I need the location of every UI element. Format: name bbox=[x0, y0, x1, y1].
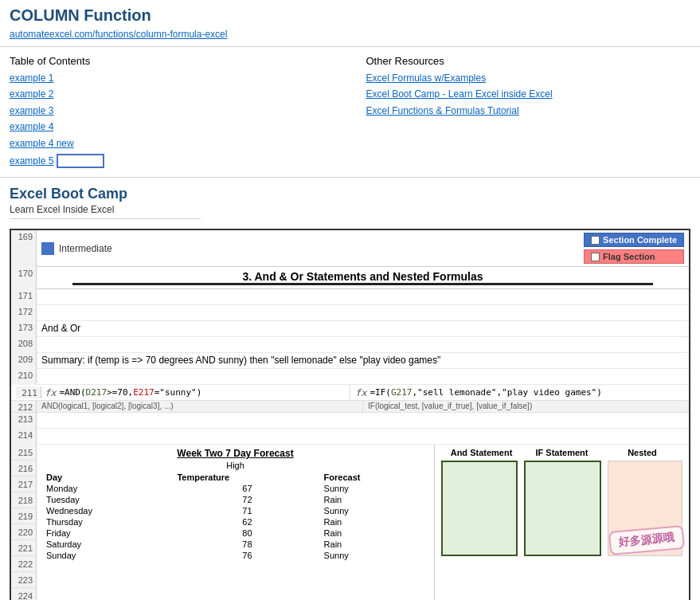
toc-item-3[interactable]: example 3 bbox=[10, 103, 334, 119]
section-title-cell: 3. And & Or Statements and Nested Formul… bbox=[37, 267, 689, 289]
and-stmt-box bbox=[441, 461, 518, 556]
hint-2: IF(logical_test, [value_if_true], [value… bbox=[363, 401, 689, 412]
day-cell: Friday bbox=[43, 527, 174, 539]
rn-223: 223 bbox=[11, 572, 36, 588]
nested-header: Nested bbox=[602, 448, 682, 457]
row-210: 210 bbox=[11, 369, 689, 385]
day-cell: Saturday bbox=[43, 539, 174, 550]
data-table: Day Temperature Forecast Monday 67 Sunny… bbox=[43, 472, 428, 561]
temp-cell: 62 bbox=[174, 516, 320, 527]
col-header-temp: Temperature bbox=[174, 472, 320, 483]
flag-section-button[interactable]: Flag Section bbox=[584, 249, 684, 264]
main-data-area: 215 216 217 218 219 220 221 222 223 224 … bbox=[11, 445, 689, 600]
temp-cell: 78 bbox=[174, 539, 320, 550]
temp-cell: 67 bbox=[174, 483, 320, 494]
formula-2-text: =IF(G217,"sell lemonade","play video gam… bbox=[370, 387, 601, 398]
rn-219: 219 bbox=[11, 508, 36, 524]
row-num-171: 171 bbox=[11, 289, 37, 305]
row-213: 213 bbox=[11, 413, 689, 429]
toc-item-2[interactable]: example 2 bbox=[10, 86, 334, 102]
row-num-170: 170 bbox=[11, 267, 37, 289]
day-cell: Tuesday bbox=[43, 494, 174, 505]
temp-cell: 76 bbox=[174, 550, 320, 561]
row-nums-column: 215 216 217 218 219 220 221 222 223 224 bbox=[11, 445, 37, 600]
row-num-214: 214 bbox=[11, 429, 37, 445]
forecast-cell: Sunny bbox=[321, 483, 428, 494]
row-171: 171 bbox=[11, 289, 689, 305]
resource-link-3[interactable]: Excel Functions & Formulas Tutorial bbox=[366, 103, 691, 119]
col-header-day: Day bbox=[43, 472, 174, 483]
table-row: Wednesday 71 Sunny bbox=[43, 505, 428, 516]
complete-checkbox[interactable] bbox=[591, 236, 600, 245]
row-num-212: 212 bbox=[11, 401, 37, 412]
row-num-211: 211 bbox=[16, 386, 41, 398]
resource-link-1[interactable]: Excel Formulas w/Examples bbox=[366, 70, 691, 86]
bootcamp-title: Excel Boot Camp bbox=[10, 186, 690, 202]
table-row: Tuesday 72 Rain bbox=[43, 494, 428, 505]
day-cell: Wednesday bbox=[43, 505, 174, 516]
row-208: 208 bbox=[11, 337, 689, 353]
row-170: 170 3. And & Or Statements and Nested Fo… bbox=[11, 267, 689, 289]
day-cell: Monday bbox=[43, 483, 174, 494]
section-buttons: Section Complete Flag Section bbox=[584, 233, 684, 264]
table-row: Saturday 78 Rain bbox=[43, 539, 428, 550]
toc-item-6[interactable]: example 5 bbox=[10, 153, 53, 169]
rn-218: 218 bbox=[11, 492, 36, 508]
row-num-169: 169 bbox=[11, 230, 37, 267]
toc-item-1[interactable]: example 1 bbox=[10, 70, 334, 86]
flag-checkbox[interactable] bbox=[591, 253, 600, 261]
row-173: 173 And & Or bbox=[11, 321, 689, 337]
data-table-area: Week Two 7 Day Forecast High Day Tempera… bbox=[37, 445, 434, 600]
section-title-text: 3. And & Or Statements and Nested Formul… bbox=[72, 270, 654, 285]
forecast-cell: Sunny bbox=[321, 550, 428, 561]
rn-220: 220 bbox=[11, 524, 36, 540]
toc-item-5[interactable]: example 4 new bbox=[10, 135, 334, 151]
row-num-173: 173 bbox=[11, 321, 37, 337]
row-212-hints: 212 AND(logical1, [logical2], [logical3]… bbox=[11, 401, 689, 413]
formula-half-2: fx =IF(G217,"sell lemonade","play video … bbox=[350, 385, 689, 400]
row-214: 214 bbox=[11, 429, 689, 445]
forecast-cell: Rain bbox=[321, 494, 428, 505]
toc-title: Table of Contents bbox=[10, 55, 334, 67]
forecast-cell: Rain bbox=[321, 527, 428, 539]
row-num-210: 210 bbox=[11, 369, 37, 385]
summary-cell: Summary: if (temp is => 70 degrees AND s… bbox=[37, 353, 689, 369]
day-cell: Thursday bbox=[43, 516, 174, 527]
row-num-208: 208 bbox=[11, 337, 37, 353]
if-stmt-header: IF Statement bbox=[522, 448, 602, 457]
forecast-cell: Rain bbox=[321, 539, 428, 550]
blue-square-icon bbox=[41, 242, 54, 255]
fx-icon-1: fx bbox=[45, 387, 56, 398]
stmt-headers: And Statement IF Statement Nested bbox=[441, 448, 682, 457]
row-num-209: 209 bbox=[11, 353, 37, 369]
resources-title: Other Resources bbox=[366, 55, 691, 67]
formula-half-1: 211 fx =AND(D217>=70,E217="sunny") bbox=[11, 385, 350, 400]
section-complete-button[interactable]: Section Complete bbox=[584, 233, 684, 247]
table-row: Monday 67 Sunny bbox=[43, 483, 428, 494]
row-209: 209 Summary: if (temp is => 70 degrees A… bbox=[11, 353, 689, 369]
row-num-172: 172 bbox=[11, 305, 37, 321]
page-title: COLUMN Function bbox=[10, 6, 690, 25]
col-header-forecast: Forecast bbox=[321, 472, 428, 483]
week-title: Week Two 7 Day Forecast bbox=[43, 448, 428, 459]
forecast-cell: Sunny bbox=[321, 505, 428, 516]
row-211-formula: 211 fx =AND(D217>=70,E217="sunny") fx =I… bbox=[11, 385, 689, 401]
rn-217: 217 bbox=[11, 476, 36, 492]
temp-cell: 71 bbox=[174, 505, 320, 516]
fx-icon-2: fx bbox=[355, 387, 366, 398]
formula-1-text: =AND(D217>=70,E217="sunny") bbox=[59, 387, 201, 398]
page-url-link[interactable]: automateexcel.com/functions/column-formu… bbox=[10, 29, 227, 40]
day-cell: Sunday bbox=[43, 550, 174, 561]
rn-221: 221 bbox=[11, 540, 36, 556]
resource-link-2[interactable]: Excel Boot Camp - Learn Excel inside Exc… bbox=[366, 86, 691, 102]
table-row: Thursday 62 Rain bbox=[43, 516, 428, 527]
bootcamp-subtitle: Learn Excel Inside Excel bbox=[10, 204, 201, 219]
toc-item-4[interactable]: example 4 bbox=[10, 119, 334, 135]
row-169: 169 Intermediate Section Complete Flag S… bbox=[11, 230, 689, 267]
temp-cell: 72 bbox=[174, 494, 320, 505]
statements-panel: And Statement IF Statement Nested bbox=[434, 445, 689, 600]
forecast-cell: Rain bbox=[321, 516, 428, 527]
if-stmt-box bbox=[524, 461, 600, 556]
stmt-boxes bbox=[441, 461, 682, 556]
rn-215: 215 bbox=[11, 445, 36, 461]
